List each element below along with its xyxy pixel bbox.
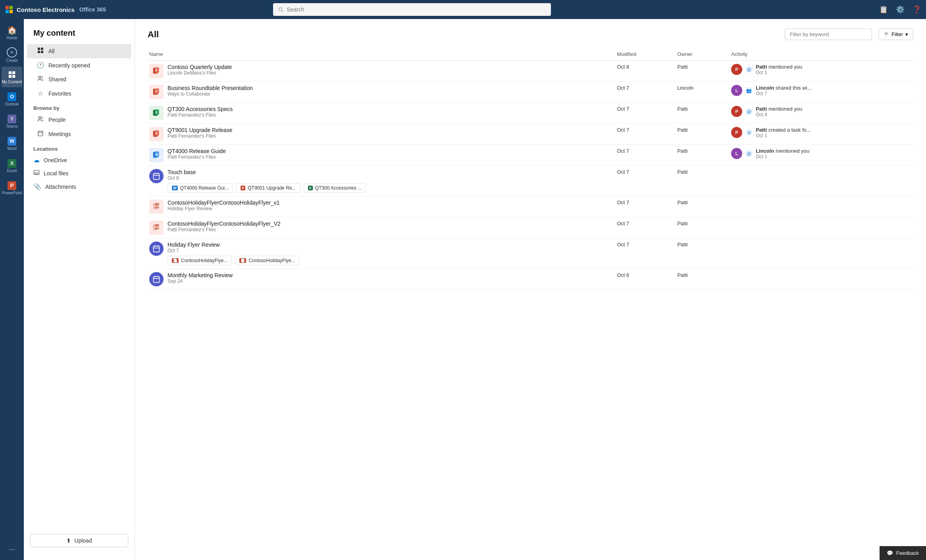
sidebar-item-people[interactable]: People [27,113,131,127]
app-name: Contoso Electronics [17,6,75,13]
file-sub: Ways to Collaborate [167,91,253,97]
rail-item-home[interactable]: 🏠 Home [2,22,22,43]
file-name: ContosoHolidayFlyerContosoHolidayFlyer_V… [167,221,281,227]
file-owner: Patti [672,103,726,124]
avatar: P [731,127,742,138]
svg-point-14 [39,76,40,78]
table-row[interactable]: PDF ContosoHolidayFlyerContosoHolidayFly… [148,196,913,217]
col-owner: Owner [672,48,726,61]
activity-cell: L @ Lincoln mentioned you Oct 1 [731,148,909,159]
table-row[interactable]: Touch base Oct 8 WQT4000 Release Gui...P… [148,166,913,196]
svg-rect-55 [154,276,160,282]
sidebar-nav: All 🕐 Recently opened Shared [24,44,135,100]
file-owner: Patti [672,124,726,145]
filter-keyword-input[interactable] [785,29,872,40]
col-modified: Modified [612,48,672,61]
related-chip-label: QT4000 Release Gui... [180,185,229,191]
search-input[interactable] [287,6,546,13]
local-files-label: Local files [44,170,68,176]
svg-text:PDF: PDF [155,205,160,207]
svg-rect-9 [12,75,15,77]
sidebar-item-recently[interactable]: 🕐 Recently opened [27,58,131,72]
filter-button[interactable]: Filter ▾ [878,29,913,40]
sidebar-item-shared[interactable]: Shared [27,72,131,86]
activity-date: Oct 1 [756,154,809,159]
file-name: Holiday Flyer Review [167,242,300,248]
related-chip-label: ContosoHolidayFlye... [181,258,227,263]
file-owner: Patti [672,166,726,196]
file-owner: Patti [672,145,726,166]
file-modified: Oct 7 [612,238,672,269]
avatar: L [731,148,742,159]
file-sub: Lincoln DeMaris's Files [167,70,232,76]
file-name-cell: Touch base Oct 8 WQT4000 Release Gui...P… [148,166,612,196]
shared-icon [37,75,44,83]
rail-item-powerpoint[interactable]: P PowerPoint [2,178,22,198]
file-sub: Oct 8 [167,175,366,181]
recently-label: Recently opened [48,62,90,69]
sidebar-item-onedrive[interactable]: ☁ OneDrive [24,153,135,167]
file-modified: Oct 7 [612,82,672,103]
activity-text: Patti created a task fo... [756,127,811,133]
upload-button[interactable]: ⬆ Upload [30,534,128,547]
file-activity-cell [726,238,913,269]
pdf-file-icon: PDF [149,199,164,214]
table-row[interactable]: P Business Roundtable Presentation Ways … [148,82,913,103]
activity-date: Oct 1 [756,133,811,138]
file-sub: Sep 24 [167,278,233,284]
table-row[interactable]: Holiday Flyer Review Oct 7 📄ContosoHolid… [148,238,913,269]
rail-item-word[interactable]: W Word [2,133,22,154]
related-chip[interactable]: 📄ContosoHolidayFlye... [235,256,299,265]
sidebar-item-favorites[interactable]: ☆ Favorites [27,86,131,100]
table-row[interactable]: PDF ContosoHolidayFlyerContosoHolidayFly… [148,217,913,238]
file-modified: Oct 8 [612,61,672,82]
feedback-label: Feedback [896,550,919,556]
help-icon[interactable]: ❓ [913,5,921,14]
feedback-icon[interactable]: 📋 [879,5,888,14]
upload-icon: ⬆ [66,537,71,544]
feedback-button[interactable]: 💬 Feedback [880,546,926,560]
table-row[interactable]: W QT4000 Release Guide Patti Fernandez's… [148,145,913,166]
table-row[interactable]: P QT9001 Upgrade Release Patti Fernandez… [148,124,913,145]
app-logo[interactable]: Contoso Electronics Office 365 [5,5,106,14]
settings-icon[interactable]: ⚙️ [896,5,905,14]
file-activity-cell: P @ Patti mentioned you Oct 1 [726,61,913,82]
table-row[interactable]: Monthly Marketing Review Sep 24 Oct 6Pat… [148,269,913,290]
rail-item-create[interactable]: + Create [2,44,22,65]
svg-text:P: P [156,90,158,93]
search-bar[interactable] [273,3,551,16]
rail-item-teams[interactable]: T Teams [2,111,22,132]
activity-cell: P ⊘ Patti created a task fo... Oct 1 [731,127,909,138]
onedrive-icon: ☁ [33,156,40,164]
related-chip[interactable]: 📄ContosoHolidayFlye... [167,256,232,265]
file-name: Business Roundtable Presentation [167,85,253,91]
rail-item-mycontent[interactable]: My Content [2,67,22,87]
activity-badge: ⊘ [745,129,753,136]
sidebar-item-meetings[interactable]: Meetings [27,127,131,141]
meeting-file-icon [149,272,164,286]
table-row[interactable]: X QT300 Accessories Specs Patti Fernande… [148,103,913,124]
filter-chevron: ▾ [905,31,908,37]
table-header-row: Name Modified Owner Activity [148,48,913,61]
file-activity-cell [726,196,913,217]
rail-item-outlook[interactable]: O Outlook [2,89,22,109]
rail-outlook-label: Outlook [5,102,19,106]
sidebar-item-attachments[interactable]: 📎 Attachments [24,180,135,193]
related-chip[interactable]: WQT4000 Release Gui... [167,183,233,193]
table-row[interactable]: P Contoso Quarterly Update Lincoln DeMar… [148,61,913,82]
related-chip[interactable]: XQT300 Accessories ... [304,183,366,193]
file-name-cell: PDF ContosoHolidayFlyerContosoHolidayFly… [148,217,612,238]
related-chip[interactable]: PQT9001 Upgrade Re... [236,183,300,193]
rail-more-button[interactable]: ··· [6,541,19,557]
file-name-cell: Monthly Marketing Review Sep 24 [148,269,612,290]
related-files: 📄ContosoHolidayFlye...📄ContosoHolidayFly… [167,256,300,265]
sidebar-footer: ⬆ Upload [24,527,135,554]
activity-date: Oct 4 [756,112,802,117]
sidebar-item-all[interactable]: All [27,44,131,58]
all-icon [37,47,44,55]
activity-text: Patti mentioned you [756,64,802,70]
sidebar-item-local[interactable]: Local files [24,167,135,180]
file-activity-cell: P ⊘ Patti created a task fo... Oct 1 [726,124,913,145]
related-chip-label: QT9001 Upgrade Re... [248,185,296,191]
rail-item-excel[interactable]: X Excel [2,155,22,176]
